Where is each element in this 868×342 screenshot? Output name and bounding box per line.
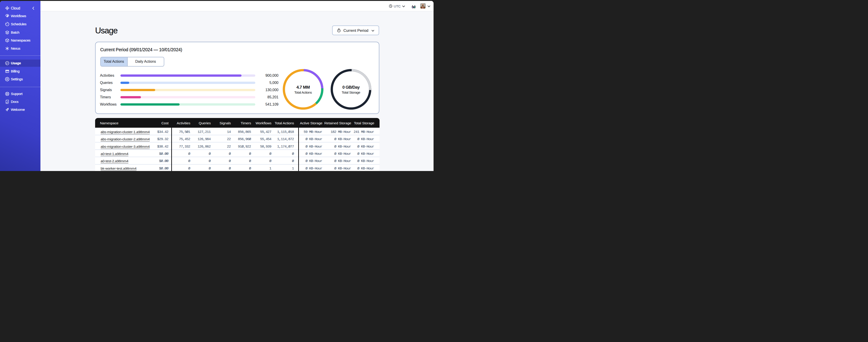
svg-text:Total Storage: Total Storage (342, 90, 360, 94)
svg-text:0 GB/Day: 0 GB/Day (342, 84, 360, 89)
svg-text:Total Actions: Total Actions (294, 90, 312, 94)
svg-text:4.7 MM: 4.7 MM (296, 84, 310, 89)
